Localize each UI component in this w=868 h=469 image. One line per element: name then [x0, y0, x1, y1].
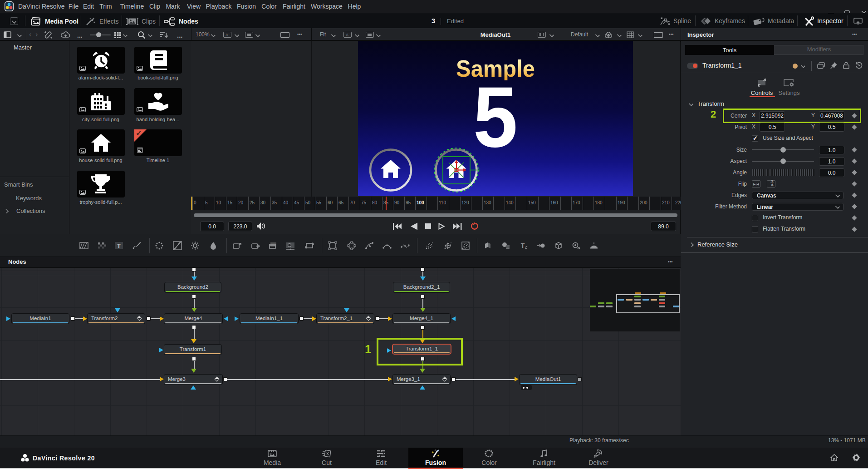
- svg-text:T: T: [117, 242, 121, 249]
- svg-text:T: T: [521, 242, 525, 249]
